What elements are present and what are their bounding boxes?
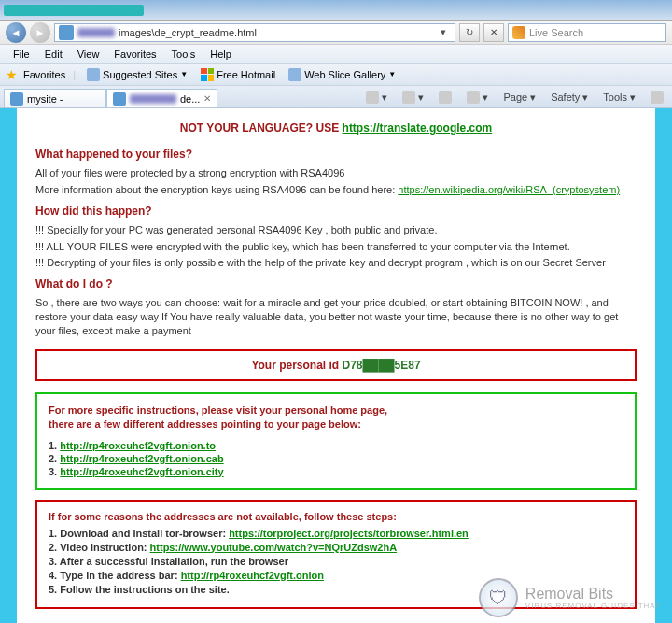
personal-id-box: Your personal id D78████5E87 <box>35 349 637 381</box>
suggested-icon <box>87 68 100 81</box>
watermark: 🛡 Removal Bits VIRUS REMOVAL GUIDES THAT <box>479 578 661 617</box>
bing-icon <box>512 26 525 39</box>
address-redacted <box>77 28 115 37</box>
ie-icon <box>10 92 23 106</box>
para-decrypt-only: !!! Decrypting of your files is only pos… <box>35 256 637 270</box>
help-icon <box>651 91 664 104</box>
mail-button[interactable] <box>434 89 456 106</box>
tab-active[interactable]: de... ✕ <box>106 89 217 107</box>
ie-icon <box>113 92 126 106</box>
home-button[interactable]: ▾ <box>361 89 392 106</box>
heading-what-happened: What happened to your files? <box>35 148 637 161</box>
step-2: 2. Video instruction: https://www.youtub… <box>49 542 623 553</box>
watermark-sub: VIRUS REMOVAL GUIDES THAT <box>525 602 661 610</box>
feeds-icon <box>402 91 415 104</box>
favorites-label[interactable]: Favorites <box>23 69 65 80</box>
menu-edit[interactable]: Edit <box>37 47 70 62</box>
para-more-info: More information about the encryption ke… <box>35 183 637 197</box>
translate-link[interactable]: https://translate.google.com <box>343 121 493 135</box>
para-encrypted: All of your files were protected by a st… <box>35 166 637 180</box>
green-lead: For more specific instructions, please v… <box>49 404 623 432</box>
navigation-bar: ◄ ► images\de_crypt_readme.html ▾ ↻ ✕ Li… <box>0 21 672 45</box>
onion-link-3: 3. http://rp4roxeuhcf2vgft.onion.city <box>49 466 623 477</box>
back-button[interactable]: ◄ <box>6 22 26 43</box>
address-dropdown-icon[interactable]: ▾ <box>436 26 451 38</box>
search-box[interactable]: Live Search <box>508 23 666 42</box>
step-1: 1. Download and install tor-browser: htt… <box>49 528 623 539</box>
menu-file[interactable]: File <box>6 47 37 62</box>
personal-id-value: D78████5E87 <box>343 359 421 372</box>
watermark-title: Removal Bits <box>525 587 661 602</box>
rsa-wiki-link[interactable]: https://en.wikipedia.org/wiki/RSA_(crypt… <box>398 184 620 195</box>
forward-button[interactable]: ► <box>30 22 50 43</box>
print-button[interactable]: ▾ <box>462 89 493 106</box>
tools-menu[interactable]: Tools▾ <box>598 90 640 106</box>
favorites-bar: ★ Favorites | Suggested Sites▼ Free Hotm… <box>0 64 672 86</box>
tab-inactive[interactable]: mysite - <box>4 89 106 107</box>
tor-download-link[interactable]: https://torproject.org/projects/torbrows… <box>229 528 469 539</box>
video-link[interactable]: https://www.youtube.com/watch?v=NQrUZdsw… <box>150 542 398 553</box>
home-icon <box>366 91 379 104</box>
address-text: images\de_crypt_readme.html <box>119 27 432 38</box>
close-tab-icon[interactable]: ✕ <box>203 93 211 104</box>
command-bar: ▾ ▾ ▾ Page▾ Safety▾ Tools▾ <box>361 87 668 107</box>
tab-title-redacted <box>130 94 176 104</box>
onion-link-2: 2. http://rp4roxeuhcf2vgft.onion.cab <box>49 453 623 464</box>
content-viewport[interactable]: NOT YOUR LANGUAGE? USE https://translate… <box>0 108 672 623</box>
para-files-encrypted: !!! ALL YOUR FILES were encrypted with t… <box>35 240 637 254</box>
language-notice: NOT YOUR LANGUAGE? USE https://translate… <box>35 121 637 135</box>
red-lead: If for some reasons the addresses are no… <box>49 511 623 522</box>
para-key-generated: !!! Specially for your PC was generated … <box>35 223 637 237</box>
feeds-button[interactable]: ▾ <box>398 89 428 106</box>
page-icon <box>59 25 74 40</box>
heading-what-do: What do I do ? <box>35 277 637 290</box>
page-menu[interactable]: Page▾ <box>498 90 540 106</box>
ransom-note-page: NOT YOUR LANGUAGE? USE https://translate… <box>17 108 655 623</box>
address-bar[interactable]: images\de_crypt_readme.html ▾ <box>54 23 455 42</box>
menu-bar: File Edit View Favorites Tools Help <box>0 45 672 64</box>
tab-bar: mysite - de... ✕ ▾ ▾ ▾ Page▾ Safety▾ Too… <box>0 86 672 108</box>
menu-help[interactable]: Help <box>203 47 239 62</box>
watermark-icon: 🛡 <box>479 578 518 617</box>
onion-address-link[interactable]: http://rp4roxeuhcf2vgft.onion <box>181 570 324 581</box>
microsoft-icon <box>201 68 214 81</box>
search-placeholder: Live Search <box>529 27 583 38</box>
refresh-button[interactable]: ↻ <box>459 23 480 42</box>
heading-how-happen: How did this happen? <box>35 205 637 218</box>
fav-web-slice[interactable]: Web Slice Gallery▼ <box>285 66 399 83</box>
safety-menu[interactable]: Safety▾ <box>546 90 593 106</box>
stop-button[interactable]: ✕ <box>483 23 504 42</box>
webslice-icon <box>288 68 301 81</box>
window-titlebar <box>0 0 672 21</box>
onion-link-1: 1. http://rp4roxeuhcf2vgft.onion.to <box>49 440 623 451</box>
fav-free-hotmail[interactable]: Free Hotmail <box>197 66 279 83</box>
para-two-ways: So , there are two ways you can choose: … <box>35 296 637 338</box>
help-button[interactable] <box>646 89 668 106</box>
step-3: 3. After a successful installation, run … <box>49 556 623 567</box>
mail-icon <box>439 91 452 104</box>
menu-view[interactable]: View <box>70 47 107 62</box>
fav-suggested-sites[interactable]: Suggested Sites▼ <box>83 66 191 83</box>
title-redacted <box>4 5 144 16</box>
menu-tools[interactable]: Tools <box>164 47 203 62</box>
print-icon <box>467 91 480 104</box>
favorites-star-icon[interactable]: ★ <box>6 67 18 82</box>
menu-favorites[interactable]: Favorites <box>106 47 163 62</box>
onion-links-box: For more specific instructions, please v… <box>35 392 637 490</box>
